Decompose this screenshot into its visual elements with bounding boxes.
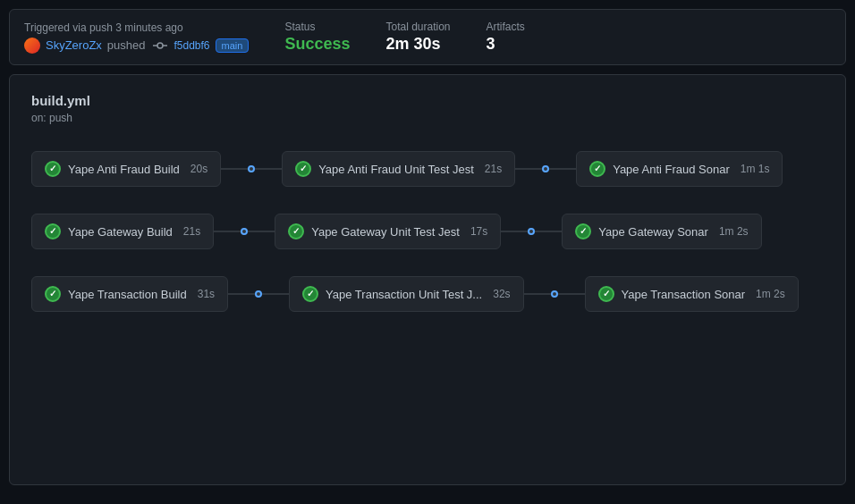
connector-line <box>524 293 551 295</box>
job-name: Yape Anti Fraud Unit Test Jest <box>318 163 474 176</box>
job-name: Yape Transaction Unit Test J... <box>326 288 482 301</box>
status-block: Status Success <box>284 21 350 54</box>
job-name: Yape Transaction Sonar <box>622 288 746 301</box>
success-icon <box>45 161 61 177</box>
connector-dot <box>255 290 262 298</box>
job-row-1: Yape Anti Fraud Build 20s Yape Anti Frau… <box>31 151 824 187</box>
trigger-text: Triggered via push 3 minutes ago <box>24 21 249 34</box>
job-row-2: Yape Gateway Build 21s Yape Gateway Unit… <box>31 214 824 249</box>
success-icon <box>45 286 61 302</box>
job-duration: 32s <box>493 288 510 300</box>
connector-1-1 <box>214 228 275 235</box>
success-icon <box>302 286 318 302</box>
connector-2-2 <box>524 290 585 298</box>
connector-line <box>515 168 542 170</box>
connector-dot <box>551 290 558 298</box>
success-icon <box>589 161 605 177</box>
connector-dot <box>241 228 248 235</box>
success-icon <box>295 161 311 177</box>
commit-arrow-icon <box>153 41 167 50</box>
job-node-0-0[interactable]: Yape Anti Fraud Build 20s <box>31 151 221 187</box>
job-name: Yape Anti Fraud Build <box>68 163 180 176</box>
job-name: Yape Anti Fraud Sonar <box>613 163 730 176</box>
artifacts-block: Artifacts 3 <box>487 21 525 54</box>
workflow-title: build.yml <box>31 93 824 108</box>
connector-line <box>535 231 562 232</box>
artifacts-label: Artifacts <box>487 21 525 33</box>
connector-2-1 <box>228 290 289 298</box>
job-duration: 21s <box>183 225 200 238</box>
svg-point-0 <box>157 43 163 48</box>
artifacts-value: 3 <box>487 35 525 54</box>
connector-dot <box>528 228 535 235</box>
job-node-2-0[interactable]: Yape Transaction Build 31s <box>31 276 228 312</box>
username[interactable]: SkyZeroZx <box>46 38 102 52</box>
connector-line <box>255 168 282 170</box>
main-panel: build.yml on: push Yape Anti Fraud Build… <box>9 74 846 485</box>
job-name: Yape Gateway Build <box>68 225 173 239</box>
job-name: Yape Transaction Build <box>68 288 187 301</box>
connector-line <box>549 168 576 170</box>
jobs-container: Yape Anti Fraud Build 20s Yape Anti Frau… <box>31 151 824 312</box>
connector-line <box>262 293 289 295</box>
job-node-2-1[interactable]: Yape Transaction Unit Test J... 32s <box>289 276 523 312</box>
job-duration: 1m 2s <box>719 225 749 238</box>
connector-line <box>214 231 241 232</box>
job-node-1-1[interactable]: Yape Gateway Unit Test Jest 17s <box>275 214 501 249</box>
success-icon <box>598 286 614 302</box>
job-name: Yape Gateway Unit Test Jest <box>311 225 460 239</box>
commit-hash[interactable]: f5ddbf6 <box>174 39 210 52</box>
connector-line <box>221 168 248 170</box>
status-value: Success <box>284 35 350 54</box>
job-row-3: Yape Transaction Build 31s Yape Transact… <box>31 276 824 312</box>
job-name: Yape Gateway Sonar <box>598 225 708 239</box>
workflow-trigger: on: push <box>31 112 824 124</box>
connector-line <box>558 293 585 295</box>
job-node-0-1[interactable]: Yape Anti Fraud Unit Test Jest 21s <box>282 151 515 187</box>
connector-0-1 <box>221 165 282 172</box>
job-node-2-2[interactable]: Yape Transaction Sonar 1m 2s <box>585 276 799 312</box>
job-duration: 1m 2s <box>756 288 785 300</box>
connector-line <box>501 231 528 232</box>
connector-dot <box>542 165 549 172</box>
job-duration: 20s <box>190 163 207 175</box>
job-duration: 21s <box>485 163 502 175</box>
job-node-1-2[interactable]: Yape Gateway Sonar 1m 2s <box>562 214 761 249</box>
success-icon <box>288 223 304 239</box>
duration-label: Total duration <box>385 21 450 33</box>
job-duration: 1m 1s <box>741 163 770 175</box>
top-bar: Triggered via push 3 minutes ago SkyZero… <box>9 9 846 65</box>
connector-0-2 <box>515 165 576 172</box>
trigger-info: Triggered via push 3 minutes ago SkyZero… <box>24 21 249 54</box>
connector-line <box>248 231 275 232</box>
job-duration: 17s <box>470 225 487 238</box>
branch-badge[interactable]: main <box>216 38 250 53</box>
job-node-1-0[interactable]: Yape Gateway Build 21s <box>31 214 214 249</box>
user-avatar <box>24 38 40 54</box>
connector-1-2 <box>501 228 562 235</box>
connector-dot <box>248 165 255 172</box>
action-text: pushed <box>107 38 146 52</box>
duration-block: Total duration 2m 30s <box>385 21 450 54</box>
connector-line <box>228 293 255 295</box>
job-node-0-2[interactable]: Yape Anti Fraud Sonar 1m 1s <box>576 151 783 187</box>
job-duration: 31s <box>198 288 215 300</box>
duration-value: 2m 30s <box>385 35 450 54</box>
success-icon <box>575 223 591 239</box>
status-label: Status <box>284 21 350 33</box>
trigger-user: SkyZeroZx pushed f5ddbf6 main <box>24 38 249 54</box>
success-icon <box>45 223 61 239</box>
